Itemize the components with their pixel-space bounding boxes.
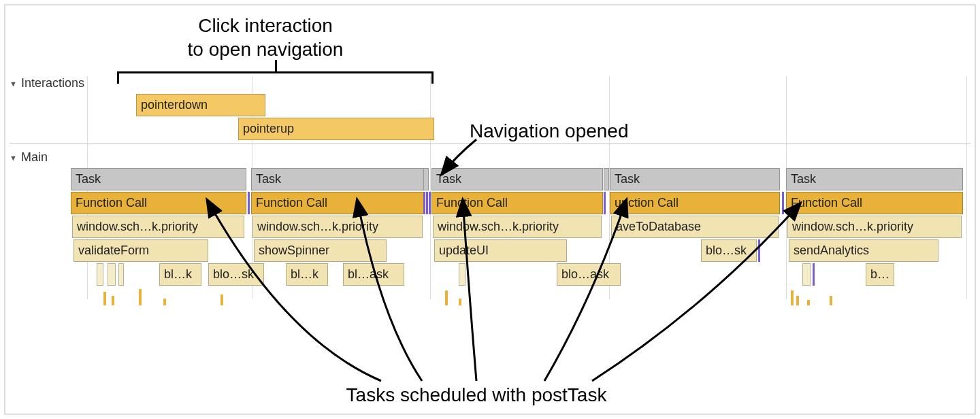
- spike-icon: [830, 296, 832, 305]
- sub-block[interactable]: [118, 263, 124, 286]
- purple-sliver: [758, 239, 760, 262]
- spike-icon: [791, 290, 794, 305]
- sub-block[interactable]: [459, 263, 466, 286]
- save-to-database-bar[interactable]: aveToDatabase: [611, 216, 779, 238]
- sub-block[interactable]: bl…k: [286, 263, 328, 286]
- task-sliver[interactable]: [423, 168, 429, 190]
- purple-sliver: [426, 192, 428, 214]
- scheduler-priority-bar[interactable]: window.sch…k.priority: [252, 216, 423, 238]
- task-sliver[interactable]: [604, 168, 609, 190]
- task-bar[interactable]: Task: [786, 168, 963, 190]
- function-call-bar[interactable]: unction Call: [610, 192, 780, 214]
- separator: [10, 143, 970, 144]
- spike-icon: [139, 289, 142, 305]
- interactions-track-header[interactable]: ▼ Interactions: [10, 76, 970, 90]
- sub-block[interactable]: [802, 263, 811, 286]
- scheduler-priority-bar[interactable]: window.sch…k.priority: [433, 216, 602, 238]
- tracks-area: ▼ Interactions pointerdown pointerup ▼ M…: [10, 76, 970, 305]
- function-call-bar[interactable]: Function Call: [71, 192, 246, 214]
- spike-icon: [807, 300, 810, 305]
- block-bar[interactable]: blo…sk: [701, 239, 757, 262]
- spike-icon: [220, 295, 223, 305]
- purple-sliver: [782, 192, 784, 214]
- task-bar[interactable]: Task: [71, 168, 246, 190]
- sub-block[interactable]: blo…ask: [557, 263, 621, 286]
- sub-block[interactable]: b…: [866, 263, 894, 286]
- purple-sliver: [423, 192, 425, 214]
- spike-icon: [112, 296, 114, 305]
- sub-block[interactable]: [97, 263, 103, 286]
- sub-block[interactable]: bl…ask: [343, 263, 404, 286]
- spike-icon: [103, 292, 106, 305]
- main-track-content: Task Task Task Task Task Function Call F…: [10, 167, 970, 305]
- interaction-pointerup[interactable]: pointerup: [238, 118, 434, 140]
- purple-sliver: [248, 192, 250, 214]
- spike-icon: [445, 290, 448, 305]
- sub-block[interactable]: [108, 263, 116, 286]
- interactions-track: pointerdown pointerup: [10, 93, 970, 141]
- update-ui-bar[interactable]: updateUI: [434, 239, 567, 262]
- spike-icon: [459, 299, 461, 305]
- function-call-bar[interactable]: Function Call: [251, 192, 425, 214]
- purple-sliver: [429, 192, 431, 214]
- bracket-stem: [275, 60, 277, 71]
- show-spinner-bar[interactable]: showSpinner: [254, 239, 387, 262]
- task-bar[interactable]: Task: [251, 168, 425, 190]
- purple-sliver: [813, 263, 815, 286]
- interaction-pointerdown[interactable]: pointerdown: [136, 94, 265, 116]
- task-bar[interactable]: Task: [610, 168, 780, 190]
- interactions-label: Interactions: [21, 76, 84, 90]
- function-call-bar[interactable]: Function Call: [786, 192, 963, 214]
- sub-block[interactable]: blo…sk: [208, 263, 264, 286]
- send-analytics-bar[interactable]: sendAnalytics: [789, 239, 938, 262]
- purple-sliver: [604, 192, 606, 214]
- spike-icon: [163, 299, 166, 305]
- validate-form-bar[interactable]: validateForm: [74, 239, 208, 262]
- bracket-connector: [117, 71, 434, 73]
- sub-block[interactable]: bl…k: [159, 263, 201, 286]
- main-label: Main: [21, 150, 48, 165]
- collapse-icon: ▼: [10, 154, 17, 162]
- function-call-bar[interactable]: Function Call: [431, 192, 603, 214]
- spike-icon: [796, 296, 799, 305]
- collapse-icon: ▼: [10, 80, 17, 88]
- scheduler-priority-bar[interactable]: window.sch…k.priority: [787, 216, 962, 238]
- scheduler-priority-bar[interactable]: window.sch…k.priority: [72, 216, 244, 238]
- task-bar[interactable]: Task: [431, 168, 603, 190]
- main-track-header[interactable]: ▼ Main: [10, 150, 970, 165]
